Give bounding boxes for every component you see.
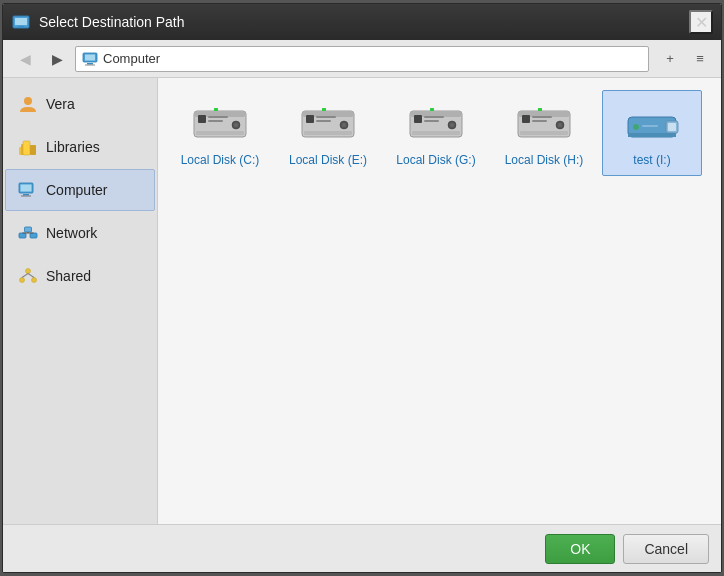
svg-rect-31 <box>208 120 223 122</box>
svg-point-23 <box>20 278 25 283</box>
network-icon <box>18 223 38 243</box>
toolbar: ◀ ▶ Computer + ≡ <box>3 40 721 78</box>
svg-rect-35 <box>214 108 218 111</box>
svg-rect-47 <box>414 115 422 123</box>
svg-rect-58 <box>532 120 547 122</box>
address-text: Computer <box>103 51 160 66</box>
title-bar: Select Destination Path ✕ <box>3 4 721 40</box>
svg-rect-38 <box>306 115 314 123</box>
svg-rect-1 <box>15 18 27 25</box>
svg-line-25 <box>22 274 28 278</box>
usb-icon-i <box>620 99 684 147</box>
drive-label-c: Local Disk (C:) <box>181 153 260 167</box>
sidebar-label-shared: Shared <box>46 268 91 284</box>
user-icon <box>18 94 38 114</box>
sidebar-label-computer: Computer <box>46 182 107 198</box>
svg-rect-49 <box>424 120 439 122</box>
sidebar: Vera Libraries <box>3 78 158 524</box>
svg-rect-4 <box>85 54 95 60</box>
svg-rect-6 <box>85 64 95 65</box>
svg-rect-5 <box>87 63 93 65</box>
footer: OK Cancel <box>3 524 721 572</box>
svg-rect-53 <box>430 108 434 111</box>
hdd-icon-e <box>296 99 360 147</box>
computer-nav-icon <box>18 180 38 200</box>
svg-point-42 <box>342 123 346 127</box>
svg-rect-40 <box>316 120 331 122</box>
drive-label-e: Local Disk (E:) <box>289 153 367 167</box>
svg-rect-17 <box>30 233 37 238</box>
svg-rect-11 <box>30 145 36 155</box>
toolbar-actions: + ≡ <box>657 46 713 72</box>
svg-point-24 <box>32 278 37 283</box>
svg-rect-30 <box>208 116 228 118</box>
view-toggle-button[interactable]: ≡ <box>687 46 713 72</box>
sidebar-item-computer[interactable]: Computer <box>5 169 155 211</box>
svg-line-26 <box>28 274 34 278</box>
sidebar-item-libraries[interactable]: Libraries <box>5 126 155 168</box>
svg-rect-61 <box>520 131 568 135</box>
svg-rect-67 <box>642 125 658 127</box>
svg-rect-2 <box>18 26 24 28</box>
drive-label-g: Local Disk (G:) <box>396 153 475 167</box>
forward-button[interactable]: ▶ <box>43 46 71 72</box>
svg-rect-62 <box>538 108 542 111</box>
svg-rect-68 <box>628 133 676 137</box>
svg-rect-13 <box>21 185 32 192</box>
dialog-title: Select Destination Path <box>39 14 689 30</box>
drive-item-g[interactable]: Local Disk (G:) <box>386 90 486 176</box>
svg-point-7 <box>24 97 32 105</box>
back-button[interactable]: ◀ <box>11 46 39 72</box>
sidebar-label-libraries: Libraries <box>46 139 100 155</box>
drive-item-i[interactable]: test (I:) <box>602 90 702 176</box>
ok-button[interactable]: OK <box>545 534 615 564</box>
drive-label-h: Local Disk (H:) <box>505 153 584 167</box>
close-button[interactable]: ✕ <box>689 10 713 34</box>
svg-point-33 <box>234 123 238 127</box>
svg-rect-18 <box>25 227 32 232</box>
sidebar-item-shared[interactable]: Shared <box>5 255 155 297</box>
svg-rect-43 <box>304 131 352 135</box>
svg-rect-57 <box>532 116 552 118</box>
svg-point-66 <box>633 124 639 130</box>
cancel-button[interactable]: Cancel <box>623 534 709 564</box>
dialog-window: Select Destination Path ✕ ◀ ▶ Computer +… <box>2 3 722 573</box>
svg-rect-14 <box>23 194 29 196</box>
svg-rect-65 <box>668 123 676 131</box>
drive-label-i: test (I:) <box>633 153 670 167</box>
svg-rect-10 <box>23 141 30 155</box>
computer-icon <box>82 51 98 67</box>
content-area: Vera Libraries <box>3 78 721 524</box>
sidebar-item-vera[interactable]: Vera <box>5 83 155 125</box>
sidebar-label-network: Network <box>46 225 97 241</box>
app-icon <box>11 12 31 32</box>
svg-rect-56 <box>522 115 530 123</box>
sidebar-label-vera: Vera <box>46 96 75 112</box>
svg-rect-29 <box>198 115 206 123</box>
shared-icon <box>18 266 38 286</box>
svg-rect-52 <box>412 131 460 135</box>
libraries-icon <box>18 137 38 157</box>
new-folder-button[interactable]: + <box>657 46 683 72</box>
svg-point-22 <box>26 269 31 274</box>
drive-item-c[interactable]: Local Disk (C:) <box>170 90 270 176</box>
drive-item-e[interactable]: Local Disk (E:) <box>278 90 378 176</box>
svg-rect-34 <box>196 131 244 135</box>
hdd-icon-h <box>512 99 576 147</box>
svg-rect-39 <box>316 116 336 118</box>
main-content: Local Disk (C:) <box>158 78 721 524</box>
svg-point-60 <box>558 123 562 127</box>
hdd-icon-c <box>188 99 252 147</box>
svg-point-51 <box>450 123 454 127</box>
svg-rect-15 <box>21 196 31 197</box>
svg-rect-48 <box>424 116 444 118</box>
hdd-icon-g <box>404 99 468 147</box>
drive-item-h[interactable]: Local Disk (H:) <box>494 90 594 176</box>
svg-rect-16 <box>19 233 26 238</box>
svg-rect-44 <box>322 108 326 111</box>
address-bar: Computer <box>75 46 649 72</box>
sidebar-item-network[interactable]: Network <box>5 212 155 254</box>
